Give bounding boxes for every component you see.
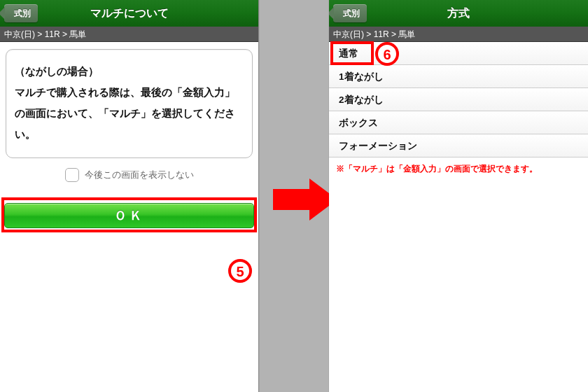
header-title: 方式 xyxy=(447,7,470,19)
list-item[interactable]: 2着ながし xyxy=(329,88,588,111)
method-list: 通常 1着ながし 2着ながし ボックス フォーメーション 6 xyxy=(329,42,588,158)
checkbox-icon[interactable] xyxy=(65,168,79,182)
multi-note: ※「マルチ」は「金額入力」の画面で選択できます。 xyxy=(329,158,588,181)
left-screen: 式別 マルチについて 中京(日) > 11R > 馬単 （ながしの場合） マルチ… xyxy=(0,0,259,392)
right-screen: 式別 方式 中京(日) > 11R > 馬単 通常 1着ながし 2着ながし ボッ… xyxy=(329,0,588,392)
callout-number-5: 5 xyxy=(228,259,252,283)
list-item[interactable]: フォーメーション xyxy=(329,134,588,158)
back-button[interactable]: 式別 xyxy=(333,4,367,22)
breadcrumb: 中京(日) > 11R > 馬単 xyxy=(0,27,258,42)
dont-show-again[interactable]: 今後この画面を表示しない xyxy=(0,168,258,182)
info-message: （ながしの場合） マルチで購入される際は、最後の「金額入力」の画面において、「マ… xyxy=(6,49,253,158)
ok-button[interactable]: ＯＫ xyxy=(4,203,254,228)
list-item[interactable]: ボックス xyxy=(329,111,588,134)
header-bar: 式別 方式 xyxy=(329,0,588,27)
header-title: マルチについて xyxy=(90,7,169,19)
breadcrumb: 中京(日) > 11R > 馬単 xyxy=(329,27,588,42)
list-item[interactable]: 1着ながし xyxy=(329,65,588,88)
list-item[interactable]: 通常 xyxy=(329,42,588,65)
header-bar: 式別 マルチについて xyxy=(0,0,258,27)
dont-show-label: 今後この画面を表示しない xyxy=(85,169,194,181)
back-button[interactable]: 式別 xyxy=(4,4,38,22)
callout-number-6: 6 xyxy=(375,42,399,66)
